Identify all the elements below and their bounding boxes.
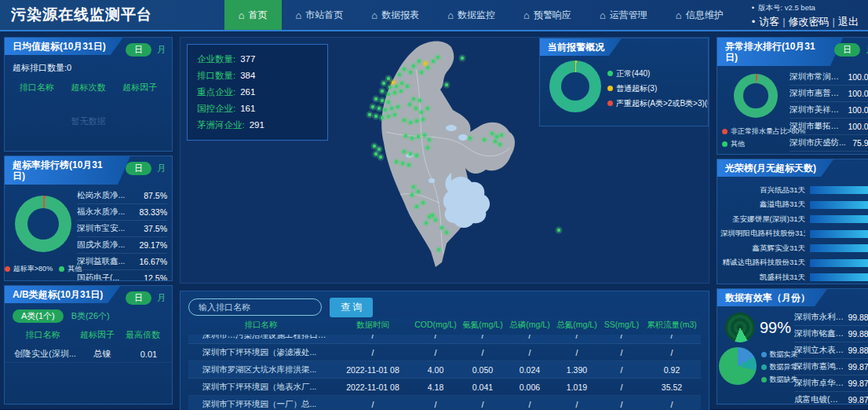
map-marker-normal[interactable] [374,97,377,101]
map-marker-normal[interactable] [387,77,390,80]
toggle-day-button[interactable]: 日 [126,43,151,57]
map-marker-normal[interactable] [417,135,420,138]
map-marker-normal[interactable] [412,64,415,68]
map-marker-normal[interactable] [409,152,412,156]
map-marker-normal[interactable] [409,121,412,124]
toggle-month-button[interactable]: 月 [157,44,166,56]
map-marker-normal[interactable] [418,60,421,63]
rank-list-item[interactable]: 深圳立木表面...99.88% [794,342,868,359]
user-link[interactable]: 访客 [759,16,779,27]
rank-list-item[interactable]: 深圳市惠普斯...100.0% [790,86,868,102]
toggle-day-button[interactable]: 日 [126,162,151,175]
map-marker-normal[interactable] [409,71,412,74]
map-marker-normal[interactable] [393,113,396,116]
rank-list-item[interactable]: 深圳市美祥顺...100.0% [790,102,868,119]
rank-list-item[interactable]: 深圳市庆盛纺...75.9% [790,135,868,152]
map-marker-normal[interactable] [403,68,406,71]
table-cell[interactable]: 深圳市下坪环境园（地表水厂... [188,382,334,393]
map-marker-normal[interactable] [399,90,403,93]
map-marker-normal[interactable] [426,146,429,149]
map-marker-normal[interactable] [403,150,406,153]
map-marker-normal[interactable] [434,218,437,221]
map-marker-normal[interactable] [445,231,448,234]
rank-list-item[interactable]: 成富电镀(深圳...99.87% [794,392,868,405]
map-marker-normal[interactable] [494,140,497,143]
map-marker-normal[interactable] [412,97,415,101]
map-marker-normal[interactable] [382,82,385,85]
rank-list-item[interactable]: 深圳益联鑫...16.67% [77,254,167,270]
map-marker-normal[interactable] [408,103,411,106]
map-marker-normal[interactable] [381,90,384,93]
map-marker-normal[interactable] [410,137,414,140]
table-cell[interactable]: 深圳市罗湖区大坑水库排洪渠... [188,364,334,375]
nav-item-市站首页[interactable]: ⌂市站首页 [282,0,358,30]
map-marker-normal[interactable] [421,201,425,204]
map-marker-normal[interactable] [461,57,464,60]
map-marker-normal[interactable] [404,134,407,137]
rank-list-item[interactable]: 固戍水质净...29.17% [77,237,167,254]
map-marker-normal[interactable] [432,60,435,63]
map-marker-normal[interactable] [396,105,399,108]
nav-item-预警响应[interactable]: ⌂预警响应 [509,0,585,30]
map-marker-normal[interactable] [379,156,382,159]
map-marker-normal[interactable] [388,86,392,89]
rank-list-item[interactable]: 深圳市嘉鸿泰...99.87% [794,359,868,375]
map-marker-normal[interactable] [557,229,560,232]
table-cell[interactable]: 深圳市下坪环境园（渗滤液处... [188,347,334,358]
map-marker-normal[interactable] [415,119,418,123]
map-marker-normal[interactable] [491,132,494,135]
map-marker-normal[interactable] [393,91,396,94]
map-marker-normal[interactable] [381,116,384,119]
map-marker-normal[interactable] [436,56,439,59]
map-marker-normal[interactable] [469,137,472,140]
map-marker-normal[interactable] [500,134,503,137]
map-marker-normal[interactable] [371,105,374,108]
map-marker-normal[interactable] [377,148,381,151]
rank-list-item[interactable]: 深圳市卓华五...99.87% [794,375,868,392]
query-button[interactable]: 查 询 [330,298,373,317]
map-marker-normal[interactable] [401,162,404,165]
map-marker-normal[interactable] [483,138,486,141]
toggle-month-button[interactable]: 月 [157,163,166,174]
toggle-month-button[interactable]: 月 [157,292,166,304]
rank-list-item[interactable]: 国药电子(...12.5% [77,270,167,281]
map-marker-normal[interactable] [412,185,415,189]
map-marker-normal[interactable] [418,99,421,102]
user-link[interactable]: 退出 [838,16,859,27]
map-marker-normal[interactable] [381,99,384,102]
map-marker-alert[interactable] [424,62,427,65]
table-cell[interactable]: 创隆实业(深圳... [5,348,79,360]
nav-item-信息维护[interactable]: ⌂信息维护 [662,0,738,30]
map-marker-normal[interactable] [431,214,434,217]
tab-class-a[interactable]: A类(1个) [13,309,64,323]
rank-list-item[interactable]: 深圳市攀拓科...100.0% [790,119,868,135]
map-marker-normal[interactable] [414,107,418,110]
map-marker-normal[interactable] [374,152,377,156]
table-cell[interactable]: 深圳市下坪环境园（一厂）总... [188,399,334,410]
map-marker-normal[interactable] [428,138,431,141]
rank-list-item[interactable]: 松岗水质净...87.5% [77,188,167,204]
map-marker-normal[interactable] [425,221,428,225]
rank-list-item[interactable]: 福永水质净...83.33% [77,204,167,221]
toggle-day-button[interactable]: 日 [126,291,151,305]
outlet-name-search-input[interactable] [188,298,322,316]
map-marker-normal[interactable] [415,154,418,157]
map-marker-normal[interactable] [398,73,401,76]
rank-list-item[interactable]: 深圳市宝安...37.5% [77,221,167,237]
rank-list-item[interactable]: 深圳市宝安区...71.9% [790,152,868,155]
map-marker-normal[interactable] [387,115,390,118]
rank-list-item[interactable]: 深圳市永利电...99.88% [794,309,868,326]
map-marker-normal[interactable] [373,145,376,148]
map-marker-normal[interactable] [415,205,418,208]
map-marker-normal[interactable] [400,82,403,85]
map-marker-normal[interactable] [403,119,406,122]
map-marker-normal[interactable] [426,107,429,110]
map-marker-normal[interactable] [384,108,387,112]
map-marker-normal[interactable] [390,107,393,110]
map-marker-normal[interactable] [410,193,414,196]
map-marker-normal[interactable] [420,111,423,114]
map-marker-normal[interactable] [387,101,390,104]
tab-class-b[interactable]: B类(26个) [71,310,110,322]
map-marker-normal[interactable] [437,248,440,251]
map-marker-normal[interactable] [377,107,381,110]
